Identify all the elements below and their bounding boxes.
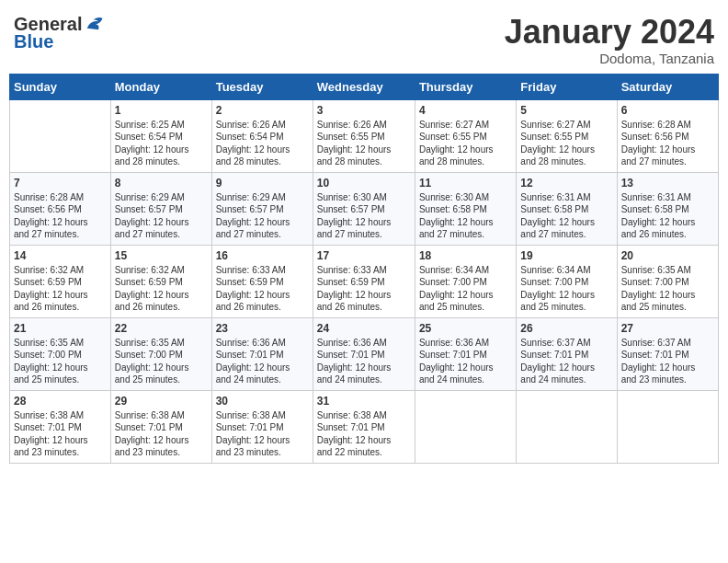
calendar-day-cell: 20Sunrise: 6:35 AM Sunset: 7:00 PM Dayli… [617, 245, 718, 317]
day-number: 22 [115, 322, 208, 335]
day-info: Sunrise: 6:35 AM Sunset: 7:00 PM Dayligh… [115, 337, 208, 386]
day-number: 9 [216, 177, 309, 190]
calendar-day-cell: 17Sunrise: 6:33 AM Sunset: 6:59 PM Dayli… [313, 245, 415, 317]
day-info: Sunrise: 6:38 AM Sunset: 7:01 PM Dayligh… [14, 409, 107, 459]
calendar-day-cell: 28Sunrise: 6:38 AM Sunset: 7:01 PM Dayli… [10, 390, 111, 463]
day-number: 15 [115, 249, 208, 262]
day-number: 5 [520, 104, 612, 117]
calendar-week-row: 21Sunrise: 6:35 AM Sunset: 7:00 PM Dayli… [10, 317, 719, 390]
col-wednesday: Wednesday [313, 74, 415, 99]
day-number: 23 [216, 322, 309, 335]
calendar-day-cell: 7Sunrise: 6:28 AM Sunset: 6:56 PM Daylig… [10, 172, 111, 245]
day-number: 3 [317, 104, 411, 117]
logo-blue: Blue [14, 31, 53, 52]
calendar-day-cell: 26Sunrise: 6:37 AM Sunset: 7:01 PM Dayli… [517, 317, 617, 390]
calendar-week-row: 14Sunrise: 6:32 AM Sunset: 6:59 PM Dayli… [10, 245, 719, 317]
day-info: Sunrise: 6:34 AM Sunset: 7:00 PM Dayligh… [520, 264, 612, 314]
location-subtitle: Dodoma, Tanzania [505, 51, 714, 66]
col-thursday: Thursday [415, 74, 516, 99]
day-info: Sunrise: 6:38 AM Sunset: 7:01 PM Dayligh… [115, 409, 208, 459]
day-number: 24 [317, 322, 411, 335]
day-info: Sunrise: 6:35 AM Sunset: 7:00 PM Dayligh… [14, 337, 107, 386]
day-number: 17 [317, 249, 411, 262]
day-number: 13 [621, 177, 714, 190]
calendar-day-cell: 3Sunrise: 6:26 AM Sunset: 6:55 PM Daylig… [313, 99, 415, 172]
day-number: 14 [14, 249, 107, 262]
day-info: Sunrise: 6:34 AM Sunset: 7:00 PM Dayligh… [419, 264, 512, 314]
col-friday: Friday [517, 74, 617, 99]
calendar-day-cell: 30Sunrise: 6:38 AM Sunset: 7:01 PM Dayli… [211, 390, 313, 463]
calendar-week-row: 1Sunrise: 6:25 AM Sunset: 6:54 PM Daylig… [10, 99, 719, 172]
day-number: 26 [520, 322, 612, 335]
calendar-day-cell: 29Sunrise: 6:38 AM Sunset: 7:01 PM Dayli… [110, 390, 211, 463]
calendar-week-row: 28Sunrise: 6:38 AM Sunset: 7:01 PM Dayli… [10, 390, 719, 463]
day-info: Sunrise: 6:32 AM Sunset: 6:59 PM Dayligh… [115, 264, 208, 314]
day-info: Sunrise: 6:31 AM Sunset: 6:58 PM Dayligh… [621, 191, 714, 241]
calendar-day-cell: 27Sunrise: 6:37 AM Sunset: 7:01 PM Dayli… [617, 317, 718, 390]
calendar-table: Sunday Monday Tuesday Wednesday Thursday… [9, 74, 719, 464]
day-info: Sunrise: 6:29 AM Sunset: 6:57 PM Dayligh… [115, 191, 208, 241]
calendar-day-cell: 13Sunrise: 6:31 AM Sunset: 6:58 PM Dayli… [617, 172, 718, 245]
day-number: 31 [317, 395, 411, 408]
day-info: Sunrise: 6:36 AM Sunset: 7:01 PM Dayligh… [419, 337, 512, 386]
calendar-day-cell: 15Sunrise: 6:32 AM Sunset: 6:59 PM Dayli… [110, 245, 211, 317]
day-info: Sunrise: 6:38 AM Sunset: 7:01 PM Dayligh… [216, 409, 309, 459]
day-info: Sunrise: 6:33 AM Sunset: 6:59 PM Dayligh… [317, 264, 411, 314]
day-number: 1 [115, 104, 208, 117]
day-number: 28 [14, 395, 107, 408]
calendar-day-cell: 9Sunrise: 6:29 AM Sunset: 6:57 PM Daylig… [211, 172, 313, 245]
calendar-day-cell: 1Sunrise: 6:25 AM Sunset: 6:54 PM Daylig… [110, 99, 211, 172]
day-number: 11 [419, 177, 512, 190]
calendar-day-cell [415, 390, 516, 463]
calendar-day-cell: 4Sunrise: 6:27 AM Sunset: 6:55 PM Daylig… [415, 99, 516, 172]
day-info: Sunrise: 6:28 AM Sunset: 6:56 PM Dayligh… [14, 191, 107, 241]
day-info: Sunrise: 6:36 AM Sunset: 7:01 PM Dayligh… [216, 337, 309, 386]
day-info: Sunrise: 6:31 AM Sunset: 6:58 PM Dayligh… [520, 191, 612, 241]
day-number: 20 [621, 249, 714, 262]
calendar-day-cell: 16Sunrise: 6:33 AM Sunset: 6:59 PM Dayli… [211, 245, 313, 317]
col-monday: Monday [110, 74, 211, 99]
col-tuesday: Tuesday [211, 74, 313, 99]
day-info: Sunrise: 6:28 AM Sunset: 6:56 PM Dayligh… [621, 119, 714, 168]
day-info: Sunrise: 6:32 AM Sunset: 6:59 PM Dayligh… [14, 264, 107, 314]
calendar-day-cell: 10Sunrise: 6:30 AM Sunset: 6:57 PM Dayli… [313, 172, 415, 245]
calendar-day-cell: 12Sunrise: 6:31 AM Sunset: 6:58 PM Dayli… [517, 172, 617, 245]
day-info: Sunrise: 6:30 AM Sunset: 6:58 PM Dayligh… [419, 191, 512, 241]
day-info: Sunrise: 6:37 AM Sunset: 7:01 PM Dayligh… [520, 337, 612, 386]
day-info: Sunrise: 6:35 AM Sunset: 7:00 PM Dayligh… [621, 264, 714, 314]
logo-bird-icon [84, 15, 104, 35]
day-info: Sunrise: 6:37 AM Sunset: 7:01 PM Dayligh… [621, 337, 714, 386]
day-number: 8 [115, 177, 208, 190]
col-sunday: Sunday [10, 74, 111, 99]
day-info: Sunrise: 6:26 AM Sunset: 6:55 PM Dayligh… [317, 119, 411, 168]
day-info: Sunrise: 6:33 AM Sunset: 6:59 PM Dayligh… [216, 264, 309, 314]
day-info: Sunrise: 6:27 AM Sunset: 6:55 PM Dayligh… [419, 119, 512, 168]
calendar-day-cell [10, 99, 111, 172]
day-number: 16 [216, 249, 309, 262]
day-number: 4 [419, 104, 512, 117]
calendar-day-cell: 24Sunrise: 6:36 AM Sunset: 7:01 PM Dayli… [313, 317, 415, 390]
calendar-day-cell: 8Sunrise: 6:29 AM Sunset: 6:57 PM Daylig… [110, 172, 211, 245]
calendar-day-cell: 23Sunrise: 6:36 AM Sunset: 7:01 PM Dayli… [211, 317, 313, 390]
day-number: 10 [317, 177, 411, 190]
page-header: General Blue January 2024 Dodoma, Tanzan… [9, 9, 719, 66]
day-info: Sunrise: 6:30 AM Sunset: 6:57 PM Dayligh… [317, 191, 411, 241]
day-number: 30 [216, 395, 309, 408]
calendar-header-row: Sunday Monday Tuesday Wednesday Thursday… [10, 74, 719, 99]
calendar-day-cell: 19Sunrise: 6:34 AM Sunset: 7:00 PM Dayli… [517, 245, 617, 317]
day-number: 12 [520, 177, 612, 190]
calendar-day-cell: 14Sunrise: 6:32 AM Sunset: 6:59 PM Dayli… [10, 245, 111, 317]
calendar-day-cell: 18Sunrise: 6:34 AM Sunset: 7:00 PM Dayli… [415, 245, 516, 317]
title-area: January 2024 Dodoma, Tanzania [505, 14, 714, 66]
calendar-week-row: 7Sunrise: 6:28 AM Sunset: 6:56 PM Daylig… [10, 172, 719, 245]
calendar-day-cell [517, 390, 617, 463]
day-number: 2 [216, 104, 309, 117]
calendar-day-cell: 5Sunrise: 6:27 AM Sunset: 6:55 PM Daylig… [517, 99, 617, 172]
day-number: 19 [520, 249, 612, 262]
day-number: 27 [621, 322, 714, 335]
day-info: Sunrise: 6:36 AM Sunset: 7:01 PM Dayligh… [317, 337, 411, 386]
calendar-day-cell: 21Sunrise: 6:35 AM Sunset: 7:00 PM Dayli… [10, 317, 111, 390]
day-info: Sunrise: 6:27 AM Sunset: 6:55 PM Dayligh… [520, 119, 612, 168]
calendar-day-cell: 6Sunrise: 6:28 AM Sunset: 6:56 PM Daylig… [617, 99, 718, 172]
day-number: 29 [115, 395, 208, 408]
